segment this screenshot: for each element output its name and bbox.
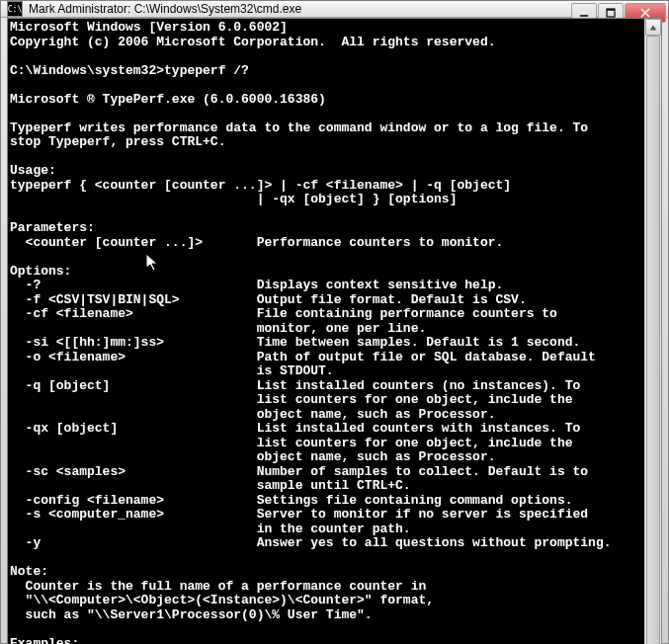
- terminal-output[interactable]: Microsoft Windows [Version 6.0.6002] Cop…: [8, 19, 644, 644]
- arrow-up-icon: [649, 24, 657, 32]
- scrollbar-track[interactable]: [645, 36, 661, 644]
- titlebar[interactable]: C:\ Mark Administrator: C:\Windows\Syste…: [1, 1, 668, 18]
- app-icon: C:\: [7, 1, 23, 17]
- cmd-window: C:\ Mark Administrator: C:\Windows\Syste…: [0, 0, 669, 644]
- svg-marker-5: [650, 25, 656, 30]
- scrollbar-thumb[interactable]: [646, 36, 660, 644]
- client-area: Microsoft Windows [Version 6.0.6002] Cop…: [7, 18, 662, 644]
- close-icon: [640, 8, 650, 18]
- scrollbar-up-button[interactable]: [645, 19, 661, 36]
- window-title: Mark Administrator: C:\Windows\System32\…: [29, 2, 301, 16]
- minimize-icon: [579, 8, 589, 18]
- maximize-icon: [606, 8, 616, 18]
- vertical-scrollbar[interactable]: [644, 19, 661, 644]
